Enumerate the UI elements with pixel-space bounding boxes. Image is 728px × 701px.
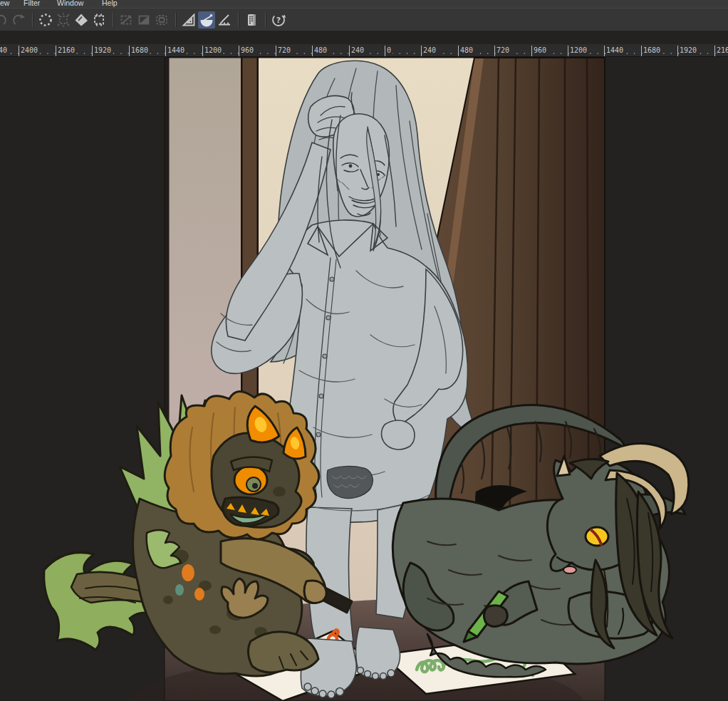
toolbar-divider bbox=[113, 13, 113, 27]
ruler-tick bbox=[165, 46, 166, 56]
ruler-tick bbox=[276, 46, 276, 56]
horizontal-ruler[interactable]: 2640240021601920168014401200960720480240… bbox=[0, 44, 728, 57]
pen-ruler-icon[interactable] bbox=[216, 11, 233, 28]
ruler-tick bbox=[349, 46, 350, 56]
selection-gradient-icon[interactable] bbox=[135, 11, 152, 28]
help-glyph: ? bbox=[276, 16, 281, 25]
selection-slash-icon[interactable] bbox=[118, 11, 135, 28]
toolbar-divider bbox=[265, 13, 266, 27]
ruler-tick bbox=[568, 46, 568, 56]
ruler-tick-label: 1440 bbox=[606, 46, 625, 54]
ruler-tick-label: 1200 bbox=[204, 46, 223, 54]
ruler-tick bbox=[604, 46, 605, 56]
ruler-tick-label: 1200 bbox=[570, 46, 588, 54]
ruler-tick bbox=[56, 46, 56, 56]
ruler-tick bbox=[677, 46, 678, 56]
toolbar-divider bbox=[175, 13, 176, 27]
menu-bar: ew Filter Window Help bbox=[0, 0, 728, 8]
ruler-tick-label: 240 bbox=[423, 46, 437, 54]
reselect-icon[interactable] bbox=[55, 11, 72, 28]
ruler-tick bbox=[421, 46, 422, 56]
ruler-tick-label: 720 bbox=[496, 46, 511, 54]
ruler-tick-label: 960 bbox=[534, 46, 548, 54]
ruler-tick bbox=[385, 46, 385, 56]
curve-ruler-icon[interactable] bbox=[198, 11, 215, 28]
canvas-viewport[interactable] bbox=[0, 57, 728, 701]
toolbar-divider bbox=[238, 13, 239, 27]
ruler-tick-label: 480 bbox=[314, 46, 328, 54]
selection-rounded-icon[interactable] bbox=[153, 11, 170, 28]
ruler-tick-label: 1920 bbox=[680, 46, 698, 54]
ruler-tick bbox=[202, 46, 203, 56]
menu-item-filter[interactable]: Filter bbox=[24, 0, 40, 8]
fill-bucket-icon[interactable] bbox=[73, 11, 90, 28]
ruler-tick-label: 240 bbox=[351, 46, 365, 54]
ruler-tick bbox=[714, 46, 715, 56]
ruler-tick-label: 2160 bbox=[58, 46, 76, 54]
ruler-tick bbox=[239, 46, 239, 56]
ruler-tick-label: 2160 bbox=[717, 46, 728, 54]
ruler-tick bbox=[531, 46, 532, 56]
ruler-tick bbox=[19, 46, 19, 56]
ruler-tick-label: 960 bbox=[241, 46, 255, 54]
menu-item-view-partial[interactable]: ew bbox=[0, 0, 9, 8]
ruler-tick-label: 1920 bbox=[94, 46, 113, 54]
ruler-tick bbox=[312, 46, 313, 56]
ruler-tick bbox=[92, 46, 93, 56]
toolbar-divider bbox=[32, 13, 33, 27]
triangle-ruler-icon[interactable] bbox=[180, 11, 197, 28]
ruler-tick bbox=[494, 46, 495, 56]
ruler-tick-label: 480 bbox=[460, 46, 474, 54]
ruler-tick-label: 2640 bbox=[0, 46, 9, 54]
ruler-tick-label: 720 bbox=[278, 46, 292, 54]
ruler-tick-label: 1440 bbox=[167, 46, 186, 54]
menu-item-window[interactable]: Window bbox=[57, 0, 83, 8]
ruler-tick-label: 1680 bbox=[643, 46, 662, 54]
ruler-tick bbox=[129, 46, 130, 56]
ruler-tick-label: 0 bbox=[387, 46, 392, 54]
help-icon[interactable]: ? bbox=[270, 11, 287, 28]
ruler-tick bbox=[641, 46, 642, 56]
ruler-tick-label: 1680 bbox=[131, 46, 150, 54]
redo-icon[interactable] bbox=[10, 11, 27, 28]
undo-icon[interactable] bbox=[0, 11, 9, 28]
ruler-tick-label: 2400 bbox=[21, 46, 39, 54]
menu-item-help[interactable]: Help bbox=[102, 0, 118, 8]
command-bar: ? bbox=[0, 8, 728, 31]
ruler-tick bbox=[458, 46, 459, 56]
material-panel-icon[interactable] bbox=[243, 11, 260, 28]
crop-canvas-icon[interactable] bbox=[90, 11, 108, 28]
deselect-burst-icon[interactable] bbox=[37, 11, 54, 28]
canvas-artwork[interactable] bbox=[0, 57, 728, 701]
